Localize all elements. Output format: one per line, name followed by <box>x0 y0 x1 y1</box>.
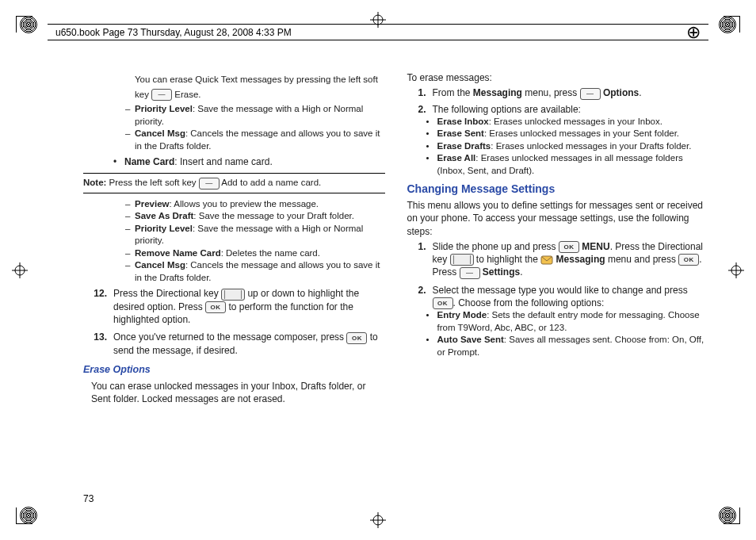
softkey-icon <box>199 178 220 190</box>
page-body: You can erase Quick Text messages by pre… <box>83 71 708 484</box>
label: Erase Sent <box>437 128 484 138</box>
list-item: • Auto Save Sent: Saves all messages sen… <box>407 334 709 358</box>
text: menu, press <box>522 87 580 98</box>
step-cs2: 2. Select the message type you would lik… <box>407 284 709 310</box>
label: Priority Level <box>135 224 193 233</box>
dash-icon: – <box>125 128 135 152</box>
bullet-icon: • <box>426 152 437 177</box>
text: : Save the message to your Draft folder. <box>193 211 354 220</box>
directional-key-icon <box>450 254 474 266</box>
dash-icon: – <box>125 210 135 223</box>
step-number: 1. <box>407 240 433 279</box>
dash-icon: – <box>125 247 135 260</box>
label: Erase Inbox <box>437 117 489 126</box>
header-rule <box>48 40 708 40</box>
text: The following options are available: <box>433 103 709 116</box>
list-item: – Priority Level: Save the message with … <box>83 223 385 247</box>
label: Name Card <box>124 156 174 167</box>
text: Add to add a name card. <box>220 178 322 187</box>
list-item: • Erase Inbox: Erases unlocked messages … <box>407 116 709 128</box>
label: Settings <box>483 266 520 278</box>
bullet-icon: • <box>426 309 437 334</box>
label: Cancel Msg <box>135 128 185 138</box>
list-item: • Entry Mode: Sets the default entry mod… <box>407 309 709 334</box>
text: : Erases unlocked messages in your Inbox… <box>489 117 662 126</box>
dash-icon: – <box>125 223 135 247</box>
dash-icon: – <box>125 198 135 211</box>
registration-mark-icon <box>12 262 28 278</box>
paragraph: To erase messages: <box>407 71 709 84</box>
heading-changing-message-settings: Changing Message Settings <box>407 182 709 197</box>
dash-icon: – <box>125 259 135 284</box>
bullet-icon: • <box>426 116 437 128</box>
registration-target-icon <box>20 507 37 524</box>
registration-target-icon <box>20 16 37 33</box>
text: : Erases unlocked messages in your Sent … <box>484 128 679 138</box>
step-13: 13. Once you've returned to the message … <box>83 331 385 357</box>
text: . Choose from the following options: <box>453 297 605 308</box>
list-item: – Preview: Allows you to preview the mes… <box>83 198 385 211</box>
step-number: 2. <box>407 284 433 310</box>
messaging-icon <box>540 255 553 265</box>
step-cs1: 1. Slide the phone up and press MENU. Pr… <box>407 240 709 279</box>
list-item: • Erase Drafts: Erases unlocked messages… <box>407 140 709 153</box>
phi-mark-icon: ⊕ <box>686 22 701 43</box>
text: . <box>639 87 641 98</box>
directional-key-icon <box>221 289 245 301</box>
registration-mark-icon <box>370 12 386 28</box>
text: Slide the phone up and press <box>433 241 559 252</box>
dash-icon: – <box>125 103 135 128</box>
paragraph: This menu allows you to define settings … <box>407 199 709 238</box>
registration-target-icon <box>719 16 736 33</box>
ok-key-icon <box>433 297 453 309</box>
text: : Allows you to preview the message. <box>169 199 319 209</box>
registration-mark-icon <box>728 262 744 278</box>
softkey-icon <box>580 88 601 100</box>
bullet-icon: • <box>426 128 437 140</box>
label: Cancel Msg <box>135 260 185 270</box>
label: Priority Level <box>135 104 193 113</box>
ok-key-icon <box>205 301 226 313</box>
label: Entry Mode <box>437 310 487 320</box>
paragraph: key Erase. <box>83 89 385 101</box>
text: Erase. <box>172 90 200 99</box>
label: Messaging <box>556 254 605 265</box>
step-number: 12. <box>83 287 113 326</box>
label: Auto Save Sent <box>437 335 504 344</box>
list-item: • Name Card: Insert and name card. <box>83 155 385 168</box>
label: Erase Drafts <box>437 141 491 151</box>
list-item: • Erase All: Erases unlocked messages in… <box>407 152 709 177</box>
label: Messaging <box>473 87 522 98</box>
ok-key-icon <box>559 241 579 253</box>
step-number: 13. <box>83 331 113 357</box>
label: Save As Draft <box>135 211 193 220</box>
text: to highlight the <box>474 254 541 265</box>
list-item: – Cancel Msg: Cancels the message and al… <box>83 128 385 152</box>
text: Once you've returned to the message comp… <box>113 331 346 343</box>
paragraph: You can erase Quick Text messages by pre… <box>83 74 385 86</box>
registration-target-icon <box>719 507 736 524</box>
step-number: 2. <box>407 103 433 116</box>
step-2: 2. The following options are available: <box>407 103 709 116</box>
ok-key-icon <box>346 332 367 344</box>
label: Erase All <box>437 153 476 163</box>
bullet-icon: • <box>113 155 124 168</box>
paragraph: You can erase unlocked messages in your … <box>83 380 385 405</box>
text: : Erases unlocked messages in your Draft… <box>491 141 691 151</box>
header-rule <box>48 24 708 25</box>
note-label: Note: <box>83 178 106 187</box>
list-item: – Save As Draft: Save the message to you… <box>83 210 385 223</box>
label: Remove Name Card <box>135 248 221 258</box>
step-number: 1. <box>407 86 433 99</box>
text: : Insert and name card. <box>174 156 272 167</box>
text: From the <box>433 87 473 98</box>
bullet-icon: • <box>426 334 437 358</box>
registration-mark-icon <box>370 512 386 528</box>
softkey-icon <box>460 267 480 279</box>
step-12: 12. Press the Directional key up or down… <box>83 287 385 326</box>
list-item: – Remove Name Card: Deletes the name car… <box>83 247 385 260</box>
note-block: Note: Press the left soft key Add to add… <box>83 173 385 193</box>
text: Select the message type you would like t… <box>433 285 688 296</box>
list-item: • Erase Sent: Erases unlocked messages i… <box>407 128 709 140</box>
label: MENU <box>582 241 609 252</box>
